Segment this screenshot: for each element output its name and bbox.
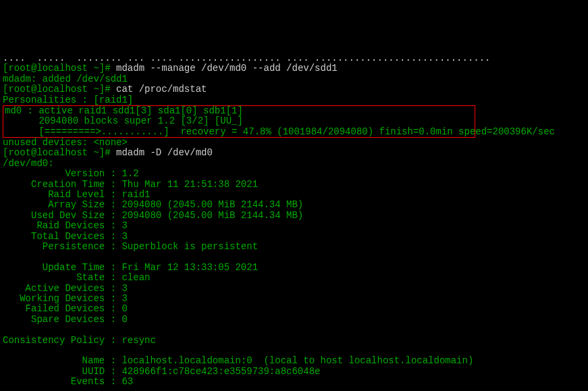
uuid-line: UUID : 428966f1:c78ce423:e3559739:a8c604… bbox=[3, 366, 320, 377]
used-dev-size-line: Used Dev Size : 2094080 (2045.00 MiB 214… bbox=[3, 210, 303, 221]
creation-time-line: Creation Time : Thu Mar 11 21:51:38 2021 bbox=[3, 179, 258, 190]
events-line: Events : 63 bbox=[3, 376, 133, 387]
prompt-3: [root@localhost ~]# bbox=[3, 147, 111, 158]
persistence-line: Persistence : Superblock is persistent bbox=[3, 241, 258, 252]
dev-md0-header: /dev/md0: bbox=[3, 158, 54, 169]
personalities-line: Personalities : [raid1] bbox=[3, 95, 133, 105]
failed-devices-line: Failed Devices : 0 bbox=[3, 303, 128, 314]
mdstat-highlight-box: md0 : active raid1 sdd1[3] sda1[0] sdb1[… bbox=[3, 105, 475, 138]
state-line: State : clean bbox=[3, 272, 150, 283]
active-devices-line: Active Devices : 3 bbox=[3, 283, 128, 294]
command-1: mdadm --manage /dev/md0 --add /dev/sdd1 bbox=[111, 63, 338, 74]
name-line: Name : localhost.localdomain:0 (local to… bbox=[3, 355, 473, 366]
mdstat-line1: md0 : active raid1 sdd1[3] sda1[0] sdb1[… bbox=[5, 105, 243, 116]
mdadm-added-msg: mdadm: added /dev/sdd1 bbox=[3, 74, 128, 84]
array-size-line: Array Size : 2094080 (2045.00 MiB 2144.3… bbox=[3, 199, 303, 210]
working-devices-line: Working Devices : 3 bbox=[3, 293, 128, 304]
top-line: .... ..... ........ ... .... ...........… bbox=[3, 53, 491, 63]
command-2: cat /proc/mdstat bbox=[111, 84, 207, 95]
update-time-line: Update Time : Fri Mar 12 13:33:05 2021 bbox=[3, 262, 258, 273]
version-line: Version : 1.2 bbox=[3, 168, 139, 179]
mdstat-line2: 2094080 blocks super 1.2 [3/2] [UU_] bbox=[5, 115, 243, 126]
terminal-output[interactable]: .... ..... ........ ... .... ...........… bbox=[0, 42, 588, 391]
raid-level-line: Raid Level : raid1 bbox=[3, 189, 150, 200]
spare-devices-line: Spare Devices : 0 bbox=[3, 314, 128, 325]
command-3: mdadm -D /dev/md0 bbox=[111, 147, 213, 158]
unused-devices-line: unused devices: <none> bbox=[3, 137, 128, 148]
consistency-policy-line: Consistency Policy : resync bbox=[3, 335, 156, 346]
prompt-2: [root@localhost ~]# bbox=[3, 84, 111, 95]
prompt-1: [root@localhost ~]# bbox=[3, 63, 111, 74]
mdstat-line3: [=========>...........] recovery = 47.8%… bbox=[5, 126, 555, 137]
raid-devices-line: Raid Devices : 3 bbox=[3, 220, 128, 231]
total-devices-line: Total Devices : 3 bbox=[3, 231, 128, 242]
